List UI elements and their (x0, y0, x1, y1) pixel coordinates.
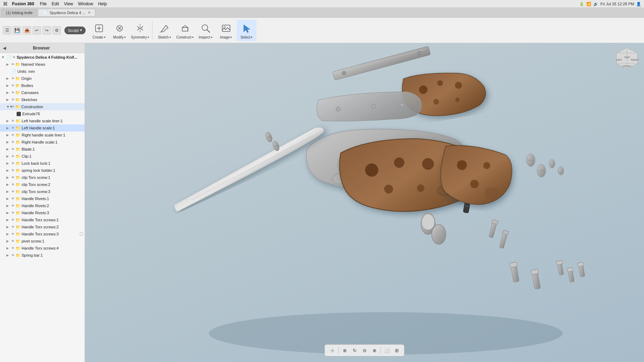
tree-clip-torx-1[interactable]: ▶ 👁 📁 clip Torx screw:1 (0, 174, 85, 181)
bottom-fasteners (510, 261, 586, 290)
zoom-in-button[interactable]: ⊕ (370, 346, 379, 355)
tree-clip-torx-3[interactable]: ▶ 👁 📁 clip Torx screw:3 (0, 188, 85, 195)
tree-pivet-screw[interactable]: ▶ 👁 📁 pivet screw:1 (0, 238, 85, 245)
eye-icon-origin: 👁 (11, 77, 15, 80)
orbit-button[interactable]: ↻ (350, 346, 359, 355)
tree-right-handle-scale[interactable]: ▶ 👁 📁 Right Handle scale:1 (0, 139, 85, 146)
extra-button[interactable]: ⚙ (52, 26, 61, 35)
tool-image[interactable]: Image ▾ (216, 20, 236, 41)
svg-line-11 (207, 30, 210, 33)
tree-clip[interactable]: ▶ 👁 📁 Clip:1 (0, 153, 85, 160)
browser-header: ◀ Browser (0, 43, 85, 53)
tree-handle-rivets-3[interactable]: ▶ 👁 📁 Handle Rivets:3 (0, 209, 85, 216)
tree-sketches[interactable]: ▶ 👁 📁 Sketches (0, 96, 85, 103)
volume-icon: 🔊 (593, 2, 598, 6)
tree-canvases[interactable]: ▶ 👁 📁 Canvases (0, 89, 85, 96)
tree-handle-torx-1[interactable]: ▶ 👁 📁 Handle Torx screws:1 (0, 216, 85, 223)
3d-viewport[interactable]: TOP LEFT RIGHT FRONT (85, 43, 644, 362)
export-button[interactable]: 📤 (23, 26, 31, 35)
tool-create[interactable]: Create ▾ (89, 20, 109, 41)
tree-left-handle-scale[interactable]: ▶ 👁 📁 Left Handle scale:1 (0, 124, 85, 132)
eye-icon: 👁 (12, 56, 16, 59)
construct-label: Construct (176, 35, 191, 39)
tree-origin[interactable]: ▶ 👁 📁 Origin (0, 75, 85, 82)
main-toolbar: ☰ 💾 📤 ↩ ↪ ⚙ Sculpt ▾ Create ▾ (0, 18, 644, 43)
save-button[interactable]: 💾 (13, 26, 21, 35)
folder-icon-bodies: 📁 (15, 83, 20, 88)
root-icon: 📄 (6, 55, 11, 60)
main-area: ◀ Browser 📄 👁 Spyderco Delica 4 Folding … (0, 43, 644, 362)
sketches-arrow: ▶ (6, 98, 11, 101)
folder-icon-named-views: 📁 (15, 62, 20, 67)
tree-handle-torx-2[interactable]: ▶ 👁 📁 Handle Torx screws:2 (0, 223, 85, 230)
select-label: Select (241, 35, 251, 39)
eye-icon-bodies: 👁 (11, 84, 15, 87)
tree-blade[interactable]: ▶ 👁 📁 Blade:1 (0, 146, 85, 153)
tree-lock-back[interactable]: ▶ 👁 📁 Lock back lock:1 (0, 160, 85, 167)
menu-window[interactable]: Window (78, 1, 93, 6)
zoom-out-button[interactable]: ⊖ (360, 346, 369, 355)
tree-root-item[interactable]: 📄 👁 Spyderco Delica 4 Folding Knif... (0, 54, 85, 61)
symmetry-label: Symmetry (131, 35, 147, 39)
tree-handle-rivets-2[interactable]: ▶ 👁 📁 Handle Rivets:2 (0, 202, 85, 209)
tree-handle-torx-4[interactable]: ▶ 👁 📁 Handle Torx screws:4 (0, 245, 85, 252)
undo-button[interactable]: ↩ (33, 26, 41, 35)
modify-icon (113, 22, 126, 35)
datetime: Fri Jul 26 12:28 PM (600, 2, 634, 6)
menu-bar: ⌘ Fusion 360 File Edit View Window Help … (0, 0, 644, 8)
tool-select[interactable]: Select ▾ (237, 20, 257, 41)
svg-point-68 (432, 224, 446, 244)
tree-units[interactable]: 📄 Units: mm (0, 68, 85, 75)
tool-symmetry[interactable]: Symmetry ▾ (130, 20, 150, 41)
bodies-label: Bodies (21, 83, 83, 88)
menu-help[interactable]: Help (98, 1, 107, 6)
tool-sketch[interactable]: Sketch ▾ (155, 20, 174, 41)
battery-icon: 🔋 (579, 2, 584, 6)
svg-point-67 (422, 214, 435, 230)
toolbar-separator (338, 347, 339, 354)
pan-button[interactable]: ⊕ (340, 346, 349, 355)
redo-button[interactable]: ↪ (42, 26, 51, 35)
root-label: Spyderco Delica 4 Folding Knif... (17, 55, 83, 59)
tree-spring-lock[interactable]: ▶ 👁 📁 spring lock holder:1 (0, 167, 85, 174)
tree-right-handle-scale-liner[interactable]: ▶ 👁 📁 Right handle scale liner:1 (0, 132, 85, 139)
create-icon (93, 22, 105, 35)
tab-label: Spyderco Delica 4 ... (50, 11, 86, 15)
browser-collapse-button[interactable]: ◀ (3, 46, 6, 51)
menu-view[interactable]: View (64, 1, 73, 6)
construction-label: Construction (21, 105, 83, 109)
viewport-bottom-toolbar: ⊹ ⊕ ↻ ⊖ ⊕ ⬜ ⊞ (324, 344, 404, 356)
circle-indicator (80, 232, 83, 236)
tree-handle-rivets-1[interactable]: ▶ 👁 📁 Handle Rivets:1 (0, 195, 85, 202)
tool-inspect[interactable]: Inspect ▾ (196, 20, 215, 41)
menu-items: File Edit View Window Help (40, 1, 107, 6)
bodies-arrow: ▶ (6, 84, 11, 87)
fit-view-button[interactable]: ⊹ (328, 346, 337, 355)
workspace-selector[interactable]: Sculpt ▾ (64, 27, 86, 34)
svg-point-57 (558, 167, 564, 175)
tree-clip-torx-2[interactable]: ▶ 👁 📁 clip Torx screw:2 (0, 181, 85, 188)
toggle-sidebar-button[interactable]: ☰ (3, 26, 11, 35)
tree-construction[interactable]: ▼ 👁 📁 Construction (0, 103, 85, 110)
tab-folding-knife[interactable]: (1) folding knife (1, 9, 37, 17)
tree-named-views[interactable]: ▶ 👁 📁 Named Views (0, 61, 85, 68)
tree-bodies[interactable]: ▶ 👁 📁 Bodies (0, 82, 85, 89)
blade (169, 125, 329, 212)
display-settings-button[interactable]: ⬜ (382, 346, 391, 355)
menu-file[interactable]: File (40, 1, 47, 6)
eye-icon-canvases: 👁 (11, 91, 15, 94)
tab-spyderco[interactable]: 📄 Spyderco Delica 4 ... ✕ (38, 9, 95, 17)
tree-handle-torx-3[interactable]: ▶ 👁 📁 Handle Torx screws:3 (0, 230, 85, 238)
construction-arrow: ▼ (6, 105, 11, 109)
menu-edit[interactable]: Edit (52, 1, 59, 6)
tree-extrude76[interactable]: ⬛ Extrude76 (0, 110, 85, 117)
grid-settings-button[interactable]: ⊞ (392, 346, 401, 355)
sketches-label: Sketches (21, 98, 83, 102)
tool-modify[interactable]: Modify ▾ (110, 20, 130, 41)
tool-construct[interactable]: Construct ▾ (175, 20, 195, 41)
tree-left-handle-scale-liner[interactable]: ▶ 👁 📁 Left handle scale liner:1 (0, 117, 85, 124)
folder-icon-construction: 📁 (15, 105, 20, 109)
app-name: Fusion 360 (12, 1, 34, 6)
tree-spring-bar[interactable]: ▶ 👁 📁 Spring bar:1 (0, 252, 85, 259)
tab-close-button[interactable]: ✕ (88, 11, 91, 14)
